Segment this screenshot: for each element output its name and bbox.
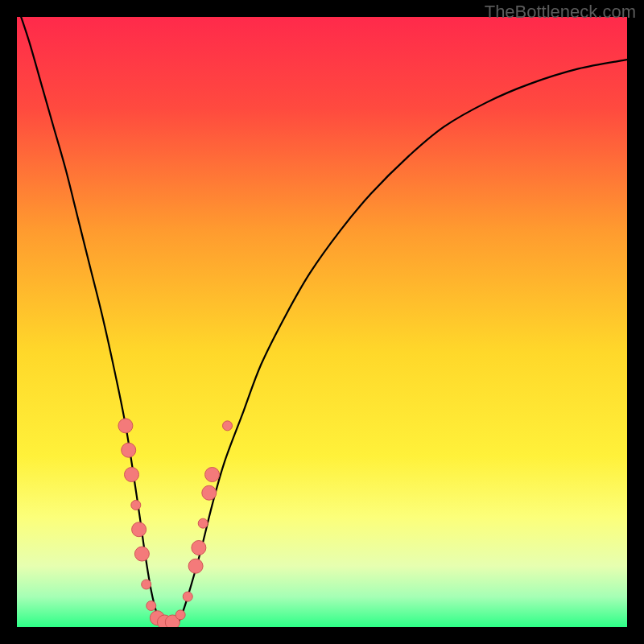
data-marker xyxy=(131,500,141,510)
bottleneck-chart xyxy=(17,17,627,627)
data-marker xyxy=(122,443,136,457)
data-marker xyxy=(175,610,185,620)
data-marker xyxy=(205,468,220,482)
data-marker xyxy=(202,485,217,500)
data-marker xyxy=(118,419,133,433)
watermark-label: TheBottleneck.com xyxy=(485,2,636,23)
plot-area xyxy=(17,17,627,627)
data-marker xyxy=(134,547,149,561)
data-marker xyxy=(223,421,233,431)
data-marker xyxy=(125,468,139,482)
data-marker xyxy=(188,559,203,573)
chart-frame: TheBottleneck.com xyxy=(0,0,644,644)
data-marker xyxy=(198,518,208,528)
data-marker xyxy=(192,540,206,555)
data-marker xyxy=(142,580,151,589)
data-marker xyxy=(183,592,192,601)
data-marker xyxy=(147,601,156,610)
data-marker xyxy=(132,522,147,537)
gradient-background xyxy=(17,17,627,627)
